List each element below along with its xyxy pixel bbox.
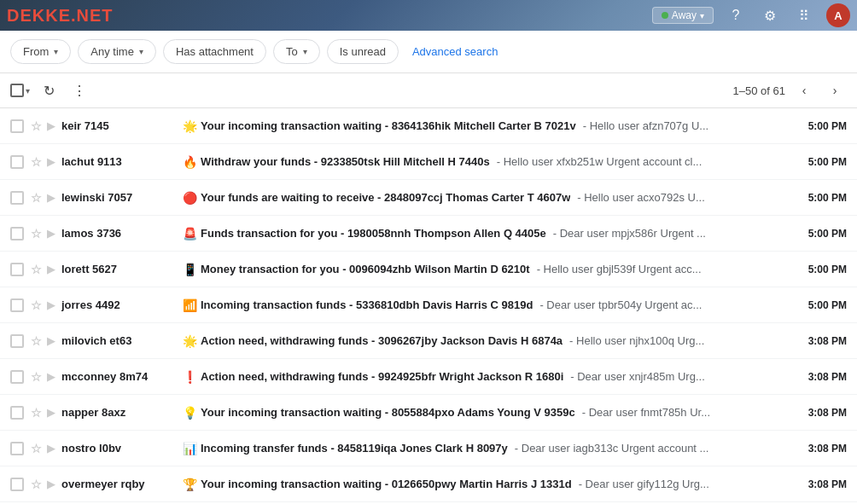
settings-button[interactable]: ⚙ [758,3,782,27]
important-icon[interactable]: ▶ [47,156,55,168]
row-checkbox[interactable] [10,263,24,276]
email-row[interactable]: ☆ ▶ mcconney 8m74 ❗ Action need, withdra… [0,359,857,395]
star-icon[interactable]: ☆ [31,406,42,420]
preview-text: - Dear user xnjr485m Urg... [570,370,705,383]
to-chevron-icon: ▾ [303,47,307,56]
header-controls: Away ▾ ? ⚙ ⠿ A [652,3,850,27]
row-checkbox[interactable] [10,155,24,169]
star-icon[interactable]: ☆ [31,227,42,240]
important-icon[interactable]: ▶ [47,299,55,311]
subject-emoji: 🚨 [183,227,197,240]
email-row[interactable]: ☆ ▶ jorres 4492 📶 Incoming transaction f… [0,287,857,323]
important-icon[interactable]: ▶ [47,335,55,347]
email-row[interactable]: ☆ ▶ lewinski 7057 🔴 Your funds are waiti… [0,180,857,216]
important-icon[interactable]: ▶ [47,120,55,132]
important-icon[interactable]: ▶ [47,228,55,240]
sender-name: keir 7145 [61,119,172,132]
email-row[interactable]: ☆ ▶ keir 7145 🌟 Your incoming transactio… [0,108,857,144]
star-icon[interactable]: ☆ [31,191,42,205]
from-chevron-icon: ▾ [54,47,58,56]
has-attachment-label: Has attachment [176,45,254,58]
subject-text: Action need, withdrawing funds - 9924925… [201,370,563,383]
important-icon[interactable]: ▶ [47,264,55,275]
refresh-button[interactable]: ↻ [37,78,61,102]
email-row[interactable]: ☆ ▶ lachut 9113 🔥 Withdraw your funds - … [0,144,857,180]
select-all-checkbox-area[interactable]: ▾ [10,84,30,97]
subject-area: 🏆 Your incoming transaction waiting - 01… [183,478,800,491]
to-filter-button[interactable]: To ▾ [273,39,320,64]
email-row[interactable]: ☆ ▶ milovich et63 🌟 Action need, withdra… [0,323,857,359]
apps-button[interactable]: ⠿ [792,3,816,27]
star-icon[interactable]: ☆ [31,334,42,348]
email-row[interactable]: ☆ ▶ lorett 5627 📱 Money transaction for … [0,252,857,287]
preview-text: - Hello user njhx100q Urg... [569,334,704,347]
row-checkbox[interactable] [10,406,24,420]
is-unread-label: Is unread [340,45,386,58]
email-time: 5:00 PM [800,156,847,168]
advanced-search-link[interactable]: Advanced search [412,45,498,58]
select-all-checkbox[interactable] [10,84,24,97]
chevron-down-icon: ▾ [700,11,704,20]
subject-emoji: 🌟 [183,334,197,348]
row-checkbox[interactable] [10,334,24,348]
row-checkbox[interactable] [10,442,24,455]
star-icon[interactable]: ☆ [31,370,42,384]
email-time: 5:00 PM [800,192,847,204]
has-attachment-button[interactable]: Has attachment [163,39,266,64]
preview-text: - Hello user afzn707g U... [583,119,708,132]
star-icon[interactable]: ☆ [31,119,42,133]
is-unread-button[interactable]: Is unread [327,39,399,64]
email-row[interactable]: ☆ ▶ napper 8axz 💡 Your incoming transact… [0,395,857,431]
help-button[interactable]: ? [724,3,748,27]
important-icon[interactable]: ▶ [47,443,55,455]
subject-area: 💡 Your incoming transaction waiting - 80… [183,406,800,420]
important-icon[interactable]: ▶ [47,371,55,383]
anytime-chevron-icon: ▾ [139,47,143,56]
row-checkbox[interactable] [10,191,24,205]
away-dot-icon [662,12,668,19]
subject-emoji: 📱 [183,263,197,276]
important-icon[interactable]: ▶ [47,192,55,204]
email-row[interactable]: ☆ ▶ nostro l0bv 📊 Incoming transfer fund… [0,431,857,466]
email-count: 1–50 of 61 [733,84,785,97]
more-options-button[interactable]: ⋮ [67,78,91,102]
star-icon[interactable]: ☆ [31,442,42,455]
select-all-chevron-icon[interactable]: ▾ [26,86,30,96]
email-row[interactable]: ☆ ▶ lamos 3736 🚨 Funds transaction for y… [0,216,857,252]
important-icon[interactable]: ▶ [47,478,55,490]
sender-name: nostro l0bv [61,442,172,455]
logo-text: DEKKE [7,6,71,25]
row-checkbox[interactable] [10,370,24,384]
star-icon[interactable]: ☆ [31,155,42,169]
from-filter-button[interactable]: From ▾ [10,39,71,64]
subject-area: 🔥 Withdraw your funds - 9233850tsk Hill … [183,155,800,169]
subject-text: Incoming transaction funds - 5336810dbh … [201,298,533,311]
subject-area: 📱 Money transaction for you - 0096094zhb… [183,263,800,276]
header: DEKKE.NET Away ▾ ? ⚙ ⠿ A [0,0,857,31]
preview-text: - Dear user gify112g Urg... [579,478,709,490]
next-page-button[interactable]: › [823,78,847,102]
subject-text: Your incoming transaction waiting - 0126… [201,478,572,490]
email-time: 5:00 PM [800,120,847,132]
subject-emoji: 💡 [183,406,197,420]
star-icon[interactable]: ☆ [31,263,42,276]
email-row[interactable]: ☆ ▶ overmeyer rqby 🏆 Your incoming trans… [0,466,857,502]
sender-name: napper 8axz [61,406,172,419]
row-checkbox[interactable] [10,119,24,133]
star-icon[interactable]: ☆ [31,478,42,491]
row-checkbox[interactable] [10,227,24,240]
anytime-filter-button[interactable]: Any time ▾ [78,39,156,64]
row-checkbox[interactable] [10,478,24,491]
avatar[interactable]: A [826,3,850,27]
search-bar: From ▾ Any time ▾ Has attachment To ▾ Is… [0,31,857,73]
important-icon[interactable]: ▶ [47,407,55,419]
star-icon[interactable]: ☆ [31,298,42,312]
away-button[interactable]: Away ▾ [652,7,714,24]
sender-name: overmeyer rqby [61,478,172,490]
subject-text: Incoming transfer funds - 8458119iqa Jon… [201,442,508,455]
anytime-label: Any time [90,45,134,58]
subject-area: ❗ Action need, withdrawing funds - 99249… [183,370,800,384]
email-time: 3:08 PM [800,478,847,490]
prev-page-button[interactable]: ‹ [792,78,816,102]
row-checkbox[interactable] [10,298,24,312]
